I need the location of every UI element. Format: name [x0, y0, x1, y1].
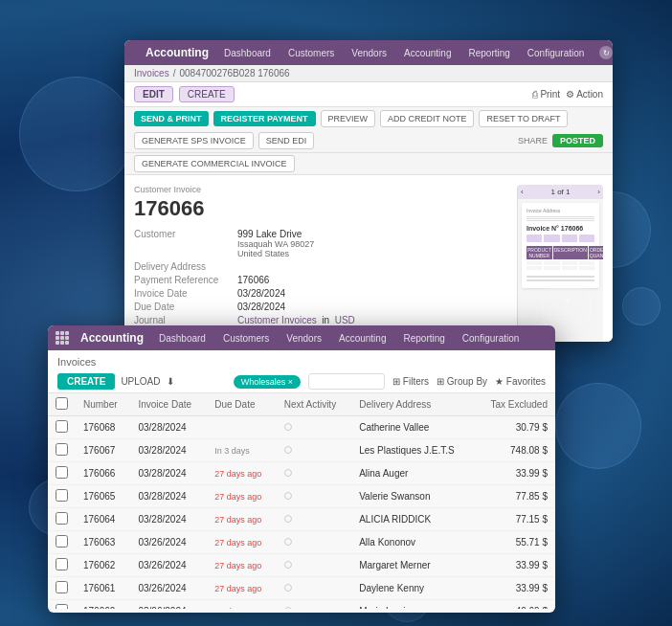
action-button[interactable]: ⚙ Action [566, 89, 603, 100]
row-invoice-date: 03/26/2024 [130, 554, 207, 577]
row-checkbox-cell[interactable] [48, 531, 76, 554]
invoice-list-scroll[interactable]: Number Invoice Date Due Date Next Activi… [48, 393, 555, 609]
row-checkbox-cell[interactable] [48, 485, 76, 508]
refresh-icon[interactable]: ↻ [599, 46, 613, 59]
preview-arrow-left[interactable]: ‹ [521, 188, 524, 196]
row-number: 176060 [76, 600, 130, 610]
preview-col-2: ORDERED QUANTITY [589, 246, 603, 259]
col-header-tax-excluded[interactable]: Tax Excluded [475, 393, 555, 416]
col-header-number[interactable]: Number [76, 393, 130, 416]
table-row[interactable]: 176060 03/26/2024 27 days ago Maria Lewi… [48, 600, 555, 610]
generate-commercial-button[interactable]: GENERATE COMMERCIAL INVOICE [134, 155, 295, 172]
preview-arrow-right[interactable]: › [597, 188, 600, 196]
check-all-header[interactable] [48, 393, 76, 416]
row-checkbox-cell[interactable] [48, 508, 76, 531]
preview-button[interactable]: PREVIEW [321, 110, 376, 127]
nav-vendors[interactable]: Vendors [347, 46, 391, 60]
row-checkbox[interactable] [56, 466, 68, 479]
row-due-date [207, 416, 276, 439]
apps-icon[interactable] [132, 46, 134, 59]
table-row[interactable]: 176066 03/28/2024 27 days ago Alina Auge… [48, 462, 555, 485]
invoice-search-input[interactable] [308, 373, 385, 390]
row-checkbox-cell[interactable] [48, 577, 76, 600]
row-tax-excluded: 77.85 $ [475, 485, 555, 508]
table-row[interactable]: 176062 03/26/2024 27 days ago Margaret M… [48, 554, 555, 577]
col-header-due-date[interactable]: Due Date [207, 393, 276, 416]
preview-addr-lines [526, 216, 594, 221]
nav-items: Dashboard Customers Vendors Accounting R… [220, 46, 588, 60]
row-checkbox-cell[interactable] [48, 416, 76, 439]
create-invoice-button[interactable]: CREATE [57, 373, 115, 390]
invoice-list-table: Number Invoice Date Due Date Next Activi… [48, 393, 555, 609]
row-checkbox-cell[interactable] [48, 600, 76, 610]
row-checkbox[interactable] [56, 581, 68, 593]
row-checkbox-cell[interactable] [48, 554, 76, 577]
bottom-nav-accounting[interactable]: Accounting [335, 331, 390, 346]
table-row[interactable]: 176067 03/28/2024 In 3 days Les Plastiqu… [48, 439, 555, 462]
row-checkbox-cell[interactable] [48, 462, 76, 485]
add-credit-note-button[interactable]: ADD CREDIT NOTE [380, 110, 474, 127]
row-invoice-date: 03/28/2024 [130, 508, 207, 531]
bottom-nav-customers[interactable]: Customers [219, 331, 273, 346]
share-button[interactable]: SHARE [518, 136, 548, 145]
invoice-content: Customer Invoice 176066 Customer 999 Lak… [124, 175, 613, 342]
bottom-apps-icon[interactable] [56, 331, 69, 345]
nav-dashboard[interactable]: Dashboard [220, 46, 275, 60]
row-checkbox[interactable] [56, 443, 68, 456]
group-by-button[interactable]: ⊞ Group By [437, 376, 487, 387]
filters-button[interactable]: ⊞ Filters [392, 376, 429, 387]
print-button[interactable]: ⎙ Print [532, 89, 560, 100]
reset-to-draft-button[interactable]: RESET TO DRAFT [479, 110, 568, 127]
row-checkbox[interactable] [56, 535, 68, 548]
row-next-activity [277, 600, 352, 610]
col-header-next-activity[interactable]: Next Activity [277, 393, 352, 416]
invoice-left-panel: Customer Invoice 176066 Customer 999 Lak… [134, 185, 507, 342]
nav-reporting[interactable]: Reporting [464, 46, 513, 60]
col-header-delivery-address[interactable]: Delivery Address [351, 393, 475, 416]
preview-col-0: PRODUCT NUMBER [526, 246, 552, 259]
send-edi-button[interactable]: SEND EDI [258, 132, 315, 149]
table-row[interactable]: 176065 03/28/2024 27 days ago Valerie Sw… [48, 485, 555, 508]
journal-currency[interactable]: USD [335, 315, 355, 325]
row-checkbox[interactable] [56, 420, 68, 433]
nav-customers[interactable]: Customers [284, 46, 338, 60]
row-checkbox[interactable] [56, 512, 68, 525]
bottom-nav-dashboard[interactable]: Dashboard [155, 331, 210, 346]
col-header-invoice-date[interactable]: Invoice Date [130, 393, 207, 416]
edit-button[interactable]: EDIT [134, 86, 173, 102]
invoice-detail-window: Accounting Dashboard Customers Vendors A… [124, 40, 613, 342]
bottom-nav-bar: Accounting Dashboard Customers Vendors A… [48, 325, 555, 350]
wholesales-filter-badge[interactable]: Wholesales × [234, 375, 301, 389]
invoice-date-label: Invoice Date [134, 288, 230, 299]
row-checkbox[interactable] [56, 558, 68, 570]
register-payment-button[interactable]: REGISTER PAYMENT [213, 111, 316, 126]
bottom-nav-reporting[interactable]: Reporting [399, 331, 448, 346]
create-button[interactable]: CREATE [179, 86, 235, 102]
favorites-button[interactable]: ★ Favorites [495, 376, 546, 387]
row-tax-excluded: 33.99 $ [475, 554, 555, 577]
nav-accounting[interactable]: Accounting [400, 46, 455, 60]
bottom-nav-vendors[interactable]: Vendors [282, 331, 325, 346]
generate-sps-button[interactable]: GENERATE SPS INVOICE [134, 132, 254, 149]
bottom-app-title: Accounting [80, 331, 144, 345]
bottom-nav-configuration[interactable]: Configuration [459, 331, 523, 346]
delivery-value [237, 261, 507, 272]
table-row[interactable]: 176064 03/28/2024 27 days ago ALICIA RID… [48, 508, 555, 531]
journal-link[interactable]: Customer Invoices [237, 315, 317, 325]
row-checkbox[interactable] [56, 489, 68, 502]
upload-icon-button[interactable]: ⬇ [167, 376, 174, 387]
upload-button[interactable]: UPLOAD [121, 376, 160, 387]
breadcrumb-invoice-id: 0084700276B028 176066 [179, 68, 289, 78]
preview-address-label: Invoice Address [526, 208, 594, 213]
send-print-button[interactable]: SEND & PRINT [134, 111, 209, 126]
row-delivery-address: ALICIA RIDDICK [351, 508, 475, 531]
preview-invoice-number: Invoice N° 176066 [526, 225, 594, 232]
table-row[interactable]: 176061 03/26/2024 27 days ago Daylene Ke… [48, 577, 555, 600]
check-all-checkbox[interactable] [56, 397, 68, 410]
row-checkbox[interactable] [56, 604, 68, 609]
nav-configuration[interactable]: Configuration [524, 46, 588, 60]
row-checkbox-cell[interactable] [48, 439, 76, 462]
table-row[interactable]: 176068 03/28/2024 Catherine Vallee 30.79… [48, 416, 555, 439]
breadcrumb-invoices-link[interactable]: Invoices [134, 68, 169, 78]
table-row[interactable]: 176063 03/26/2024 27 days ago Alla Konon… [48, 531, 555, 554]
